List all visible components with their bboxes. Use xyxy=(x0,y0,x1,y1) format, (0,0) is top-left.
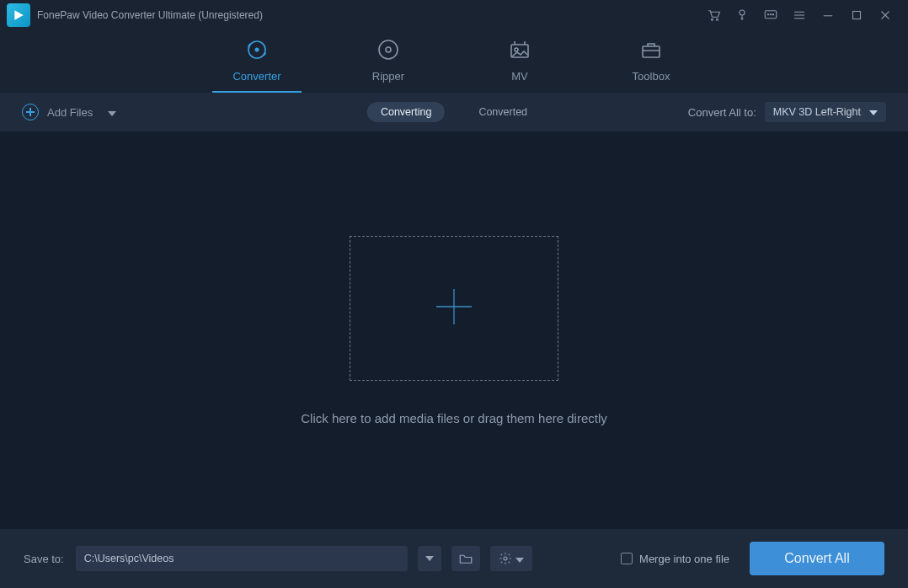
svg-point-6 xyxy=(770,14,771,15)
tab-label: Converter xyxy=(232,70,280,83)
titlebar: FonePaw Video Converter Ultimate (Unregi… xyxy=(0,0,908,30)
svg-rect-12 xyxy=(853,12,861,19)
tab-converter[interactable]: Converter xyxy=(212,38,302,93)
converter-icon xyxy=(245,38,269,61)
tab-ripper[interactable]: Ripper xyxy=(344,38,433,93)
save-path-value: C:\Users\pc\Videos xyxy=(84,553,174,564)
svg-point-1 xyxy=(711,19,713,20)
svg-rect-21 xyxy=(643,46,660,57)
main-tabs: Converter Ripper MV Toolbox xyxy=(0,30,908,93)
tab-label: Toolbox xyxy=(633,70,670,83)
svg-point-3 xyxy=(740,10,745,15)
menu-icon[interactable] xyxy=(785,1,814,29)
save-to-label: Save to: xyxy=(24,553,64,565)
save-path-field[interactable]: C:\Users\pc\Videos xyxy=(76,546,408,571)
app-title: FonePaw Video Converter Ultimate (Unregi… xyxy=(37,9,263,21)
add-files-button[interactable]: Add Files xyxy=(22,104,116,120)
minimize-icon[interactable] xyxy=(814,1,842,29)
chevron-down-icon xyxy=(869,106,878,118)
svg-point-16 xyxy=(255,48,259,52)
key-icon[interactable] xyxy=(728,1,756,29)
settings-button[interactable] xyxy=(490,546,532,571)
svg-point-17 xyxy=(379,40,398,59)
maximize-icon[interactable] xyxy=(842,1,871,29)
gear-icon xyxy=(499,552,512,565)
chevron-down-icon xyxy=(515,551,524,566)
svg-point-2 xyxy=(716,19,718,20)
close-icon[interactable] xyxy=(871,1,900,29)
add-files-label: Add Files xyxy=(47,106,93,119)
svg-point-5 xyxy=(767,14,768,15)
ripper-icon xyxy=(377,38,400,61)
main-area: Click here to add media files or drag th… xyxy=(0,131,908,529)
merge-checkbox[interactable]: Merge into one file xyxy=(621,553,729,565)
path-dropdown-button[interactable] xyxy=(418,546,441,571)
svg-point-20 xyxy=(515,48,518,51)
toolbox-icon xyxy=(639,38,663,61)
checkbox-icon xyxy=(621,553,633,564)
tab-mv[interactable]: MV xyxy=(475,38,564,93)
convert-all-button[interactable]: Convert All xyxy=(750,542,884,575)
convert-all-to-label: Convert All to: xyxy=(688,106,756,119)
chevron-down-icon[interactable] xyxy=(108,104,116,120)
conversion-status-tabs: Converting Converted xyxy=(367,102,541,122)
plus-icon xyxy=(433,286,475,331)
format-selected-value: MKV 3D Left-Right xyxy=(773,106,861,118)
svg-point-18 xyxy=(386,47,391,52)
convert-all-label: Convert All xyxy=(784,551,849,566)
drop-zone[interactable] xyxy=(350,236,558,381)
svg-marker-30 xyxy=(515,558,524,563)
tab-toolbox[interactable]: Toolbox xyxy=(606,38,696,93)
drop-hint: Click here to add media files or drag th… xyxy=(301,411,607,425)
subbar: Add Files Converting Converted Convert A… xyxy=(0,93,908,131)
svg-marker-28 xyxy=(425,556,434,561)
feedback-icon[interactable] xyxy=(756,1,785,29)
cart-icon[interactable] xyxy=(699,1,728,29)
svg-marker-24 xyxy=(108,111,116,116)
open-folder-button[interactable] xyxy=(451,546,480,571)
tab-converting[interactable]: Converting xyxy=(367,102,445,122)
svg-point-29 xyxy=(504,557,507,560)
app-logo xyxy=(7,3,30,27)
svg-marker-25 xyxy=(869,110,878,115)
tab-label: Ripper xyxy=(372,70,404,83)
tab-converted[interactable]: Converted xyxy=(465,102,541,122)
mv-icon xyxy=(508,38,531,61)
bottombar: Save to: C:\Users\pc\Videos Merge into o… xyxy=(0,529,908,588)
svg-marker-0 xyxy=(14,10,23,20)
format-select[interactable]: MKV 3D Left-Right xyxy=(765,102,886,122)
tab-label: MV xyxy=(511,70,528,83)
svg-point-7 xyxy=(772,14,773,15)
plus-circle-icon xyxy=(22,104,39,120)
merge-label: Merge into one file xyxy=(639,553,729,565)
